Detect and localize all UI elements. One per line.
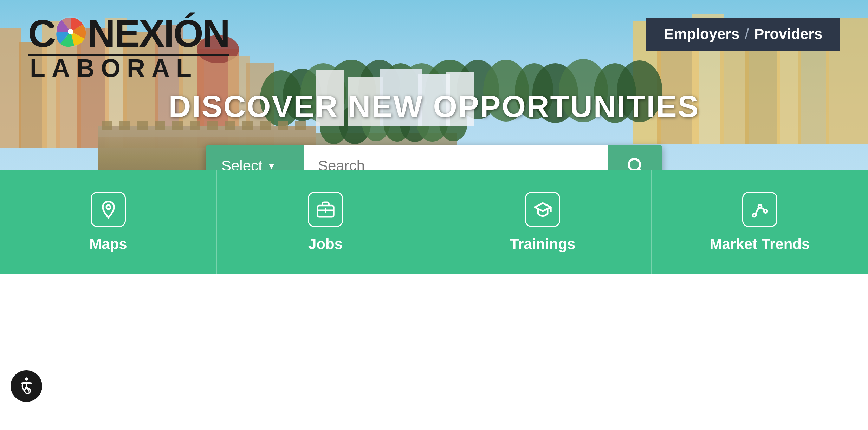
hero-section: C NEXIÓN LABORAL E [0,0,868,274]
market-trends-icon-box [742,192,777,227]
slash-separator: / [745,25,749,43]
nav-item-jobs[interactable]: Jobs [217,170,434,274]
svg-point-70 [106,205,110,209]
employers-label: Employers [664,26,739,43]
chevron-down-icon: ▾ [269,159,274,172]
maps-icon-box [91,192,126,227]
hero-title: DISCOVER NEW OPPORTUNITIES [87,89,781,124]
accessibility-icon [17,377,36,396]
jobs-label: Jobs [308,236,343,253]
svg-line-79 [761,207,764,210]
svg-line-78 [755,207,758,214]
trainings-icon-box [525,192,560,227]
map-pin-icon [99,200,118,219]
svg-point-67 [68,29,73,34]
accessibility-button[interactable] [11,370,42,402]
maps-label: Maps [89,236,127,253]
jobs-icon-box [308,192,343,227]
header: C NEXIÓN LABORAL E [0,0,868,97]
graduation-icon [533,200,552,219]
logo-nexion: NEXIÓN [87,14,229,53]
bottom-nav: Maps Jobs Train [0,170,868,274]
employers-providers-button[interactable]: Employers / Providers [646,18,840,51]
providers-label: Providers [754,26,822,43]
nav-item-maps[interactable]: Maps [0,170,217,274]
svg-point-81 [25,378,28,380]
svg-point-77 [764,209,767,213]
graph-icon [750,200,770,219]
logo-laboral: LABORAL [30,54,198,83]
nav-item-trainings[interactable]: Trainings [434,170,652,274]
market-trends-label: Market Trends [710,236,810,253]
logo-container: C NEXIÓN LABORAL [28,14,229,83]
logo-top: C NEXIÓN [28,14,229,53]
briefcase-icon [316,200,335,219]
logo-icon [55,16,86,47]
nav-item-market-trends[interactable]: Market Trends [652,170,868,274]
trainings-label: Trainings [510,236,576,253]
logo-c-letter: C [28,14,54,53]
svg-point-75 [752,213,756,216]
svg-point-76 [758,204,761,208]
